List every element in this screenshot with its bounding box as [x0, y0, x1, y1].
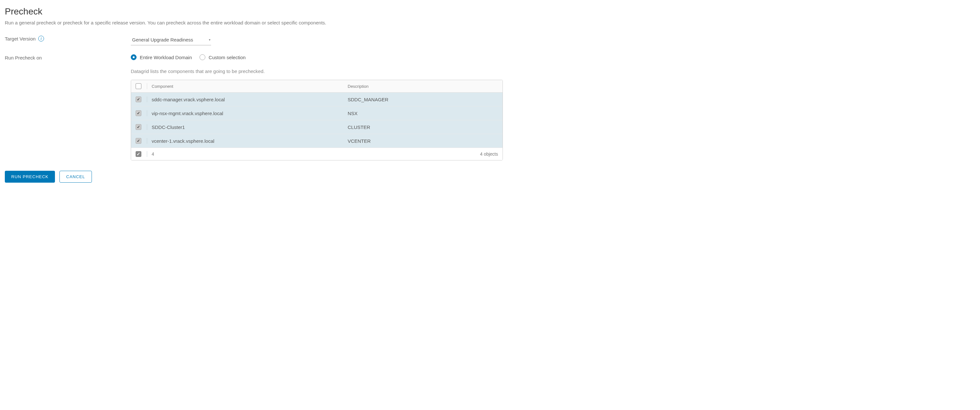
- radio-custom-label: Custom selection: [208, 55, 245, 60]
- total-objects: 4 objects: [480, 152, 498, 156]
- row-component: vcenter-1.vrack.vsphere.local: [152, 138, 348, 144]
- header-description[interactable]: Description: [348, 84, 498, 89]
- radio-icon: [199, 54, 205, 60]
- info-icon[interactable]: i: [38, 36, 44, 41]
- target-version-label: Target Version: [5, 36, 36, 41]
- row-checkbox[interactable]: [135, 96, 142, 102]
- target-version-value: General Upgrade Readiness: [132, 37, 193, 43]
- components-datagrid: Component Description sddc-manager.vrack…: [131, 80, 503, 161]
- header-component[interactable]: Component: [152, 84, 348, 89]
- radio-entire-label: Entire Workload Domain: [140, 55, 192, 60]
- radio-icon-selected: [131, 54, 137, 60]
- row-component: SDDC-Cluster1: [152, 124, 348, 130]
- target-version-select[interactable]: General Upgrade Readiness ▾: [131, 35, 211, 45]
- row-description: CLUSTER: [348, 124, 498, 130]
- row-description: NSX: [348, 111, 498, 116]
- datagrid-footer: 4 4 objects: [131, 148, 503, 160]
- row-description: VCENTER: [348, 138, 498, 144]
- datagrid-helper-text: Datagrid lists the components that are g…: [131, 69, 503, 74]
- table-row[interactable]: SDDC-Cluster1 CLUSTER: [131, 120, 503, 134]
- chevron-down-icon: ▾: [209, 38, 210, 41]
- page-subtitle: Run a general precheck or precheck for a…: [5, 20, 503, 26]
- footer-checkbox[interactable]: [135, 151, 142, 157]
- run-precheck-button[interactable]: RUN PRECHECK: [5, 171, 55, 183]
- row-component: sddc-manager.vrack.vsphere.local: [152, 97, 348, 102]
- row-checkbox[interactable]: [135, 110, 142, 116]
- table-row[interactable]: vip-nsx-mgmt.vrack.vsphere.local NSX: [131, 107, 503, 120]
- page-title: Precheck: [5, 6, 503, 17]
- row-checkbox[interactable]: [135, 138, 142, 144]
- row-component: vip-nsx-mgmt.vrack.vsphere.local: [152, 111, 348, 116]
- selected-count: 4: [152, 152, 154, 156]
- table-row[interactable]: sddc-manager.vrack.vsphere.local SDDC_MA…: [131, 93, 503, 107]
- row-checkbox[interactable]: [135, 124, 142, 130]
- select-all-checkbox[interactable]: [135, 83, 142, 89]
- table-row[interactable]: vcenter-1.vrack.vsphere.local VCENTER: [131, 134, 503, 148]
- radio-custom-selection[interactable]: Custom selection: [199, 54, 245, 60]
- run-precheck-on-label: Run Precheck on: [5, 55, 42, 61]
- radio-entire-workload[interactable]: Entire Workload Domain: [131, 54, 192, 60]
- row-description: SDDC_MANAGER: [348, 97, 498, 102]
- datagrid-header: Component Description: [131, 80, 503, 93]
- cancel-button[interactable]: CANCEL: [59, 171, 92, 183]
